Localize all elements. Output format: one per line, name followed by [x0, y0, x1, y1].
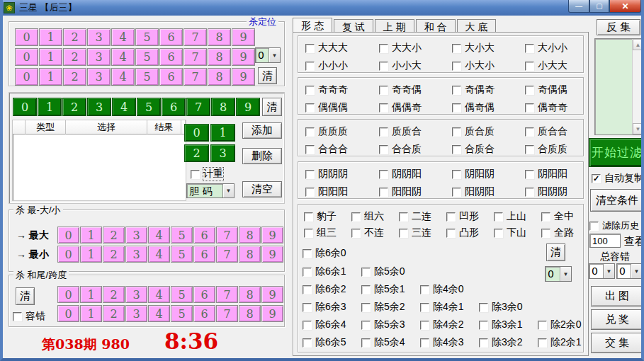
- clear-all-button[interactable]: 清空: [242, 181, 282, 197]
- digit-button[interactable]: 7: [183, 68, 207, 86]
- digit-button[interactable]: 6: [159, 28, 183, 46]
- checkbox-icon[interactable]: [541, 212, 550, 222]
- digit-button[interactable]: 3: [87, 98, 111, 116]
- kill-position-select[interactable]: 0 ▼: [255, 47, 281, 63]
- intersect-button[interactable]: 交 集: [591, 333, 643, 353]
- checkbox-icon[interactable]: [420, 321, 429, 330]
- digit-button[interactable]: 8: [208, 28, 231, 46]
- digit-button[interactable]: 6: [159, 68, 183, 86]
- pattern-checkbox[interactable]: 质质质: [305, 125, 379, 138]
- pattern-checkbox[interactable]: 合质合: [452, 143, 525, 156]
- checkbox-icon[interactable]: [303, 303, 312, 312]
- pattern-checkbox[interactable]: 阳阳阳: [305, 185, 379, 198]
- remainder-checkbox[interactable]: 除4余3: [420, 336, 479, 349]
- digit-button[interactable]: 8: [211, 98, 235, 116]
- remainder-checkbox[interactable]: 除2余1: [538, 336, 597, 349]
- delete-button[interactable]: 删除: [242, 148, 282, 164]
- shape-checkbox[interactable]: 全中: [541, 210, 589, 223]
- remainder-checkbox[interactable]: 除6余5: [303, 336, 361, 349]
- digit-button[interactable]: 2: [103, 227, 125, 243]
- table-column-header[interactable]: 结果: [147, 120, 181, 134]
- digit-button[interactable]: 3: [87, 48, 111, 66]
- checkbox-icon[interactable]: [452, 127, 461, 137]
- chevron-down-icon[interactable]: ▼: [222, 184, 234, 197]
- checkbox-checked-icon[interactable]: ✓: [592, 174, 601, 183]
- digit-button[interactable]: 9: [236, 98, 260, 116]
- pattern-checkbox[interactable]: 合质质: [525, 143, 592, 156]
- digit-button[interactable]: 8: [239, 305, 261, 322]
- listbox-scrollbar[interactable]: ▲ ▼: [632, 39, 643, 134]
- digit-button[interactable]: 6: [193, 246, 215, 263]
- shapes-clear-button[interactable]: 清: [546, 243, 565, 261]
- digit-button[interactable]: 0: [15, 68, 38, 86]
- checkbox-icon[interactable]: [303, 338, 312, 348]
- checkbox-icon[interactable]: [452, 86, 461, 95]
- pattern-checkbox[interactable]: 小大小: [452, 59, 525, 72]
- sumspan-clear-button[interactable]: 清: [16, 287, 35, 305]
- pattern-checkbox[interactable]: 大小小: [525, 42, 592, 55]
- pattern-checkbox[interactable]: 奇偶奇: [452, 84, 525, 96]
- pattern-checkbox[interactable]: 小小小: [305, 59, 379, 72]
- digit-button[interactable]: 5: [135, 28, 159, 46]
- redeem-button[interactable]: 兑 奖: [591, 309, 643, 330]
- digit-button[interactable]: 1: [39, 28, 62, 46]
- tab[interactable]: 形 态: [293, 18, 332, 33]
- remainder-checkbox[interactable]: 除6余1: [303, 265, 361, 278]
- checkbox-icon[interactable]: [420, 303, 429, 312]
- digit-button[interactable]: 1: [80, 305, 102, 322]
- pattern-checkbox[interactable]: 偶奇偶: [452, 101, 525, 114]
- checkbox-icon[interactable]: [452, 145, 461, 154]
- checkbox-icon[interactable]: [305, 145, 315, 154]
- checkbox-icon[interactable]: [479, 338, 488, 348]
- digit-button[interactable]: 6: [162, 98, 186, 116]
- checkbox-icon[interactable]: [361, 321, 371, 330]
- digit-button[interactable]: 3: [125, 246, 147, 263]
- checkbox-icon[interactable]: [494, 229, 503, 238]
- result-listbox[interactable]: ▲ ▼: [594, 38, 644, 135]
- shape-checkbox[interactable]: 凸形: [446, 227, 494, 239]
- checkbox-icon[interactable]: [351, 229, 361, 238]
- digit-button[interactable]: 7: [216, 286, 238, 303]
- checkbox-icon[interactable]: [479, 321, 488, 330]
- pattern-checkbox[interactable]: 大大大: [305, 42, 379, 55]
- digit-button[interactable]: 4: [148, 227, 170, 243]
- pattern-checkbox[interactable]: 小小大: [379, 59, 452, 72]
- pattern-checkbox[interactable]: 质质合: [379, 125, 452, 138]
- tab[interactable]: 上 期: [375, 19, 414, 33]
- dan-type-select[interactable]: 胆 码 ▼: [186, 183, 235, 198]
- checkbox-icon[interactable]: [305, 170, 315, 179]
- remainder-checkbox[interactable]: 除4余2: [420, 319, 479, 331]
- checkbox-icon[interactable]: [452, 103, 461, 113]
- close-button[interactable]: ✕: [609, 0, 641, 13]
- chevron-down-icon[interactable]: ▼: [560, 267, 571, 281]
- checkbox-icon[interactable]: [452, 44, 461, 53]
- checkbox-icon[interactable]: [420, 338, 429, 348]
- digit-button[interactable]: 0: [57, 227, 79, 243]
- digit-button[interactable]: 4: [111, 48, 135, 66]
- checkbox-icon[interactable]: [379, 170, 388, 179]
- checkbox-icon[interactable]: [361, 268, 371, 277]
- quad-digit-button[interactable]: 0: [184, 124, 209, 142]
- pattern-checkbox[interactable]: 大小大: [452, 42, 525, 55]
- pattern-checkbox[interactable]: 阳阴阴: [525, 185, 592, 198]
- digit-button[interactable]: 2: [103, 286, 125, 303]
- pattern-checkbox[interactable]: 质合合: [525, 125, 592, 138]
- digit-button[interactable]: 2: [63, 48, 86, 66]
- quad-digit-button[interactable]: 3: [210, 144, 235, 162]
- checkbox-icon[interactable]: [305, 86, 315, 95]
- digit-button[interactable]: 0: [15, 28, 38, 46]
- digit-button[interactable]: 8: [239, 227, 261, 243]
- remainder-checkbox[interactable]: 除5余4: [361, 336, 420, 349]
- checkbox-icon[interactable]: [379, 127, 388, 137]
- tab[interactable]: 复 试: [334, 19, 373, 33]
- checkbox-icon[interactable]: [525, 145, 534, 154]
- digit-button[interactable]: 7: [216, 305, 238, 322]
- quad-digit-button[interactable]: 2: [184, 144, 209, 162]
- scroll-down-icon[interactable]: ▼: [633, 123, 643, 134]
- shape-checkbox[interactable]: 二连: [399, 210, 446, 223]
- start-filter-button[interactable]: 开始过滤: [589, 138, 644, 167]
- remainder-checkbox[interactable]: 除3余0: [479, 301, 538, 314]
- pattern-checkbox[interactable]: 质合质: [452, 125, 525, 138]
- digit-button[interactable]: 8: [208, 48, 231, 66]
- maximize-button[interactable]: ▢: [589, 0, 609, 13]
